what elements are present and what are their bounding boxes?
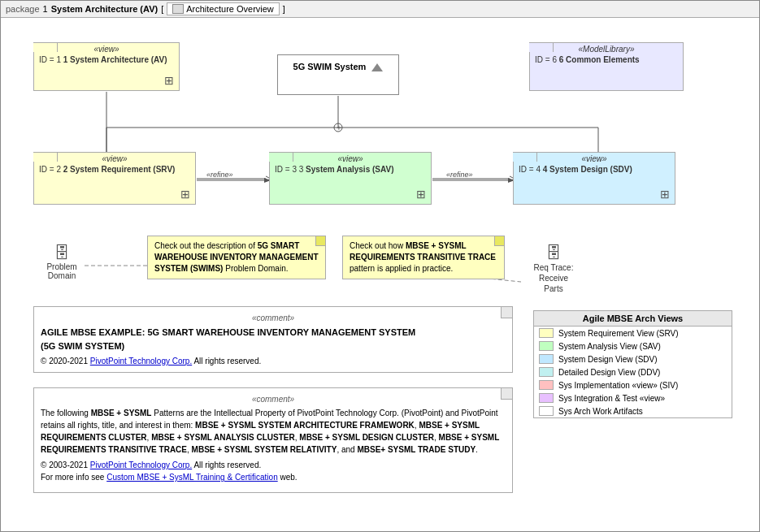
comment2-para1: The following MBSE + SYSML Patterns are …	[41, 407, 506, 456]
legend-item-ddv: Detailed Design View (DDV)	[534, 365, 732, 378]
sdv-box: «view» ID = 4 4 System Design (SDV) ⊞	[513, 152, 675, 205]
legend-label-ddv: Detailed Design View (DDV)	[558, 368, 660, 377]
srv-tab-fold	[33, 152, 58, 162]
diagram-tab-icon	[172, 4, 184, 14]
comment1-line2: (5G SWIM SYSTEM)	[41, 340, 506, 353]
sysarch-box: «view» ID = 1 1 System Architecture (AV)…	[33, 42, 180, 91]
common-tab-fold	[529, 42, 554, 52]
legend-label-sdv: System Design View (SDV)	[558, 355, 658, 364]
main-container: package 1 System Architecture (AV) [ Arc…	[0, 0, 760, 532]
comment2-link2[interactable]: Custom MBSE + SysML Training & Certifica…	[106, 473, 278, 482]
svg-point-6	[334, 123, 342, 132]
legend-swatch-sit	[539, 393, 554, 403]
comment1-body: AGILE MBSE EXAMPLE: 5G SMART WAREHOUSE I…	[41, 326, 506, 367]
legend-swatch-ddv	[539, 367, 554, 377]
tab-close-bracket: ]	[283, 4, 285, 14]
legend-swatch-artifacts	[539, 406, 554, 416]
sdv-db-icon: ⊞	[660, 188, 670, 201]
legend-label-sit: Sys Integration & Test «view»	[558, 394, 665, 403]
comment2-bold4: MBSE + SYSML ANALYSIS CLUSTER	[151, 433, 295, 442]
comment2-bold1: MBSE + SYSML	[91, 409, 152, 417]
legend-item-sit: Sys Integration & Test «view»	[534, 391, 732, 404]
legend-label-srv: System Requirement View (SRV)	[558, 329, 678, 338]
comment1-stereotype: «comment»	[41, 312, 506, 324]
problem-domain-area: 🗄 Problem Domain	[33, 244, 90, 280]
comment2-bold2: MBSE + SYSML SYSTEM ARCHITECTURE FRAMEWO…	[195, 421, 415, 430]
legend-label-artifacts: Sys Arch Work Artifacts	[558, 407, 643, 416]
comment1-box: «comment» AGILE MBSE EXAMPLE: 5G SMART W…	[33, 306, 513, 373]
note1-box: Check out the description of 5G SMART WA…	[147, 236, 326, 279]
comment2-copyright: © 2003-2021 PivotPoint Technology Corp. …	[41, 459, 506, 471]
legend-item-sdv: System Design View (SDV)	[534, 353, 732, 365]
swim-triangle-icon	[371, 63, 383, 71]
comment2-box: «comment» The following MBSE + SYSML Pat…	[33, 387, 513, 493]
srv-id: ID = 2 2 System Requirement (SRV)	[34, 163, 195, 175]
comment1-line3: © 2020-2021 PivotPoint Technology Corp. …	[41, 355, 506, 367]
note2-fold	[494, 236, 504, 246]
note1-fold	[315, 236, 325, 246]
sdv-stereotype: «view»	[514, 153, 675, 163]
sdv-tab-fold	[513, 152, 537, 162]
comment2-bold7: MBSE + SYSML SYSTEM RELATIVITY	[192, 445, 337, 454]
legend-swatch-siv	[539, 380, 554, 390]
note2-text2: pattern is applied in practice.	[350, 264, 453, 273]
legend-item-siv: Sys Implementation «view» (SIV)	[534, 378, 732, 391]
refine2-label: «refine»	[446, 171, 473, 179]
sav-id: ID = 3 3 System Analysis (SAV)	[270, 163, 431, 175]
comment1-fold	[501, 307, 512, 318]
problem-domain-label: Problem Domain	[33, 262, 90, 280]
sav-db-icon: ⊞	[416, 188, 426, 201]
req-trace-label: Req Trace: ReceiveParts	[521, 262, 586, 294]
note1-text1: Check out the description of	[154, 241, 258, 250]
comment2-bold5: MBSE + SYSML DESIGN CLUSTER	[299, 433, 434, 442]
note2-text1: Check out how	[350, 241, 406, 250]
legend-item-srv: System Requirement View (SRV)	[534, 327, 732, 340]
srv-db-icon: ⊞	[180, 188, 190, 201]
comment2-stereotype: «comment»	[41, 393, 506, 405]
comment2-bold8: MBSE+ SYSML TRADE STUDY	[357, 445, 476, 454]
common-id: ID = 6 6 Common Elements	[530, 54, 683, 66]
svg-text:+: +	[337, 123, 341, 132]
title-bar: package 1 System Architecture (AV) [ Arc…	[1, 1, 759, 18]
comment2-fold	[501, 388, 512, 400]
package-id: 1	[43, 4, 48, 14]
problem-domain-icon: 🗄	[33, 244, 90, 262]
legend-items: System Requirement View (SRV) System Ana…	[534, 327, 732, 417]
legend-swatch-sav	[539, 341, 554, 351]
package-keyword: package	[6, 4, 40, 14]
comment2-link1[interactable]: PivotPoint Technology Corp.	[90, 461, 192, 469]
comment1-link[interactable]: PivotPoint Technology Corp.	[90, 357, 192, 365]
sysarch-tab-fold	[33, 42, 58, 52]
comment2-body: The following MBSE + SYSML Patterns are …	[41, 407, 506, 483]
swim-title: 5G SWIM System	[278, 55, 398, 78]
refine1-label: «refine»	[206, 171, 233, 179]
package-name: System Architecture (AV)	[51, 4, 158, 14]
note1-text2: Problem Domain.	[223, 264, 288, 273]
sav-tab-fold	[269, 152, 293, 162]
diagram-canvas: +	[1, 18, 759, 529]
legend-title: Agile MBSE Arch Views	[534, 311, 732, 327]
common-box: «ModelLibrary» ID = 6 6 Common Elements	[529, 42, 684, 91]
req-trace-area: 🗄 Req Trace: ReceiveParts	[521, 244, 586, 294]
legend-item-sav: System Analysis View (SAV)	[534, 340, 732, 353]
diagram-tab-label: Architecture Overview	[186, 4, 274, 14]
legend-label-siv: Sys Implementation «view» (SIV)	[558, 381, 678, 390]
swim-box: 5G SWIM System	[277, 54, 399, 95]
tab-separator: [	[161, 4, 163, 14]
legend-box: Agile MBSE Arch Views System Requirement…	[533, 310, 732, 418]
req-trace-icon: 🗄	[521, 244, 586, 262]
note2-box: Check out how MBSE + SYSML REQUIREMENTS …	[342, 236, 505, 279]
sav-box: «view» ID = 3 3 System Analysis (SAV) ⊞	[269, 152, 432, 205]
legend-item-artifacts: Sys Arch Work Artifacts	[534, 404, 732, 417]
srv-stereotype: «view»	[34, 153, 195, 163]
comment2-info: For more info see Custom MBSE + SysML Tr…	[41, 471, 506, 483]
legend-label-sav: System Analysis View (SAV)	[558, 342, 661, 351]
diagram-tab[interactable]: Architecture Overview	[167, 2, 280, 15]
legend-swatch-sdv	[539, 354, 554, 364]
legend-swatch-srv	[539, 328, 554, 338]
sysarch-id: ID = 1 1 System Architecture (AV)	[34, 54, 179, 66]
sdv-id: ID = 4 4 System Design (SDV)	[514, 163, 675, 175]
sav-stereotype: «view»	[270, 153, 431, 163]
srv-box: «view» ID = 2 2 System Requirement (SRV)…	[33, 152, 196, 205]
comment1-line1: AGILE MBSE EXAMPLE: 5G SMART WAREHOUSE I…	[41, 326, 506, 340]
